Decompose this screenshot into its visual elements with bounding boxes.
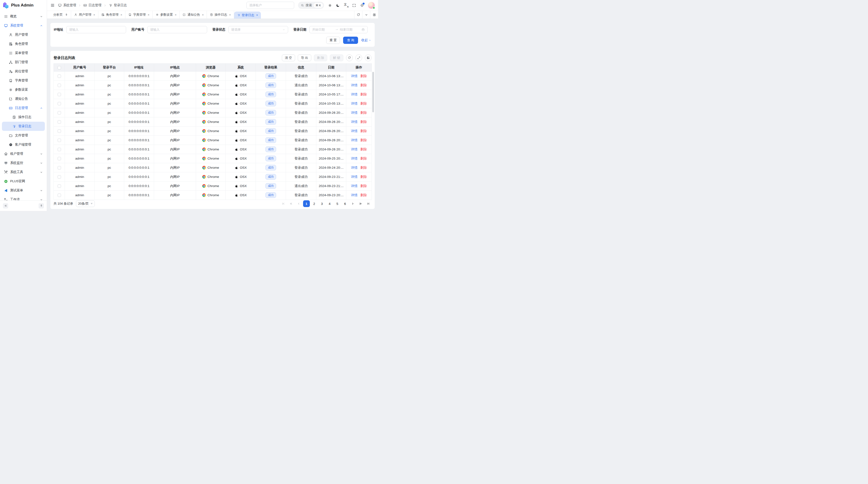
delete-link[interactable]: 删除: [361, 138, 367, 142]
sidebar-item-login-log[interactable]: 登录日志: [2, 122, 45, 131]
row-checkbox[interactable]: [58, 184, 61, 188]
page-button-2[interactable]: 2: [311, 200, 317, 207]
sidebar-item-operation-log[interactable]: 操作日志: [2, 112, 45, 122]
tenant-select[interactable]: 选择租户: [246, 2, 294, 9]
app-logo[interactable]: Plus Admin: [0, 0, 47, 10]
translate-icon[interactable]: 文A: [344, 3, 348, 7]
delete-link[interactable]: 删除: [361, 175, 367, 179]
prev-page-button[interactable]: [296, 200, 302, 207]
sidebar-item-system-monitor[interactable]: 系统监控: [2, 158, 45, 167]
detail-link[interactable]: 详情: [351, 166, 358, 169]
row-checkbox[interactable]: [58, 166, 61, 169]
detail-link[interactable]: 详情: [351, 184, 358, 188]
sidebar-item-param-settings[interactable]: 参数设置: [2, 85, 45, 94]
tab-menu-chevron-icon[interactable]: [362, 11, 370, 19]
detail-link[interactable]: 详情: [351, 93, 358, 96]
breadcrumb-item[interactable]: 系统管理: [58, 3, 76, 7]
user-account-input[interactable]: 请输入: [147, 26, 207, 33]
detail-link[interactable]: 详情: [351, 102, 358, 105]
delete-link[interactable]: 删除: [361, 84, 367, 87]
ip-address-input[interactable]: 请输入: [66, 26, 126, 33]
delete-link[interactable]: 删除: [361, 166, 367, 169]
page-button-1[interactable]: 1: [303, 200, 310, 207]
detail-link[interactable]: 详情: [351, 120, 358, 124]
delete-link[interactable]: 删除: [361, 129, 367, 133]
sidebar-item-plus-website[interactable]: PLUS官网: [2, 177, 45, 186]
detail-link[interactable]: 详情: [351, 74, 358, 78]
login-status-select[interactable]: 请选择: [228, 26, 288, 33]
notification-bell-icon[interactable]: [360, 3, 364, 7]
delete-link[interactable]: 删除: [361, 102, 367, 105]
delete-link[interactable]: 删除: [361, 93, 367, 96]
refresh-tab-icon[interactable]: [354, 11, 362, 19]
prev-group-button[interactable]: [288, 200, 294, 207]
row-checkbox[interactable]: [58, 74, 61, 78]
delete-link[interactable]: 删除: [361, 148, 367, 151]
sidebar-item-menu-management[interactable]: 菜单管理: [2, 49, 45, 58]
sidebar-item-client-management[interactable]: 客户端管理: [2, 140, 45, 149]
sidebar-item-role-management[interactable]: 角色管理: [2, 39, 45, 49]
pin-icon[interactable]: [65, 13, 68, 17]
sidebar-item-overview[interactable]: 概览: [2, 12, 45, 21]
dark-mode-moon-icon[interactable]: [336, 3, 340, 7]
fullscreen-table-button[interactable]: [355, 55, 362, 61]
table-scrollbar[interactable]: [372, 72, 374, 197]
row-checkbox[interactable]: [58, 93, 61, 96]
row-checkbox[interactable]: [58, 111, 61, 115]
page-size-select[interactable]: 20条/页: [76, 200, 95, 207]
close-tab-icon[interactable]: ×: [202, 13, 204, 17]
close-tab-icon[interactable]: ×: [175, 13, 177, 17]
scrollbar-thumb[interactable]: [372, 72, 374, 112]
page-button-6[interactable]: 6: [342, 200, 348, 207]
row-checkbox[interactable]: [58, 129, 61, 133]
close-tab-icon[interactable]: ×: [148, 13, 150, 17]
row-checkbox[interactable]: [58, 148, 61, 151]
sidebar-item-tenant-management[interactable]: 租户管理: [2, 149, 45, 158]
page-button-3[interactable]: 3: [318, 200, 325, 207]
detail-link[interactable]: 详情: [351, 148, 358, 151]
login-date-range-picker[interactable]: 开始日期结束日期: [309, 26, 368, 33]
sidebar-item-dict-management[interactable]: 字典管理: [2, 76, 45, 85]
tab-user-management[interactable]: 用户管理×: [71, 11, 98, 19]
tab-dict-management[interactable]: 字典管理×: [125, 11, 153, 19]
fullscreen-icon[interactable]: [352, 3, 356, 7]
row-checkbox[interactable]: [58, 120, 61, 124]
delete-link[interactable]: 删除: [361, 157, 367, 160]
close-tab-icon[interactable]: ×: [93, 13, 95, 17]
tab-analysis[interactable]: 分析页: [51, 11, 71, 19]
detail-link[interactable]: 详情: [351, 157, 358, 160]
row-checkbox[interactable]: [58, 84, 61, 87]
tab-operation-log[interactable]: 操作日志×: [207, 11, 234, 19]
sidebar-item-post-management[interactable]: 岗位管理: [2, 67, 45, 76]
first-page-button[interactable]: [280, 200, 287, 207]
close-tab-icon[interactable]: ×: [121, 13, 123, 17]
tab-role-management[interactable]: 角色管理×: [98, 11, 126, 19]
close-tab-icon[interactable]: ×: [229, 13, 231, 17]
refresh-table-button[interactable]: [346, 55, 353, 61]
breadcrumb-item[interactable]: 登录日志: [108, 3, 127, 7]
user-avatar[interactable]: [368, 2, 375, 9]
detail-link[interactable]: 详情: [351, 138, 358, 142]
delete-link[interactable]: 删除: [361, 184, 367, 188]
next-group-button[interactable]: [357, 200, 364, 207]
column-settings-button[interactable]: [365, 55, 372, 61]
detail-link[interactable]: 详情: [351, 175, 358, 179]
row-checkbox[interactable]: [58, 157, 61, 160]
sidebar-item-log-management[interactable]: DEV日志管理: [2, 103, 45, 112]
delete-link[interactable]: 删除: [361, 120, 367, 124]
detail-link[interactable]: 详情: [351, 84, 358, 87]
next-page-button[interactable]: [349, 200, 356, 207]
unlock-button[interactable]: 解 锁: [330, 55, 343, 61]
row-checkbox[interactable]: [58, 175, 61, 179]
sidebar-item-file-management[interactable]: 文件管理: [2, 131, 45, 140]
page-button-5[interactable]: 5: [334, 200, 341, 207]
breadcrumb-item[interactable]: DEV日志管理: [83, 3, 101, 7]
sidebar-item-notice[interactable]: 通知公告: [2, 94, 45, 103]
last-page-button[interactable]: [365, 200, 372, 207]
collapse-sidebar-button[interactable]: [3, 203, 8, 208]
row-checkbox[interactable]: [58, 194, 61, 197]
detail-link[interactable]: 详情: [351, 111, 358, 115]
maximize-content-icon[interactable]: [370, 11, 378, 19]
select-all-checkbox[interactable]: [58, 66, 61, 69]
sidebar-item-test-menu[interactable]: 测试菜单: [2, 186, 45, 195]
